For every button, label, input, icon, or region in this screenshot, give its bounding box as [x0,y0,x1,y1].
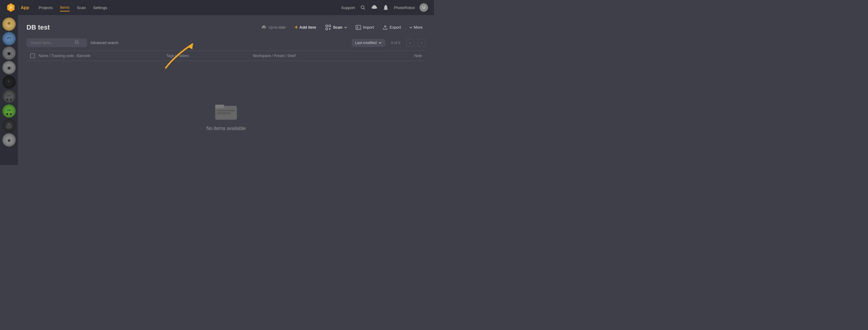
support-link[interactable]: Support [341,5,355,10]
cloud-check-icon [261,25,267,30]
bell-icon[interactable] [382,4,389,11]
nav-settings[interactable]: Settings [93,4,107,11]
svg-text:P: P [10,6,12,10]
svg-rect-35 [215,105,224,108]
last-modified-label: Last modified [355,41,377,45]
scan-dropdown-icon [344,27,347,28]
no-items-message: No items available [207,126,246,131]
svg-rect-26 [329,25,331,27]
header-actions: Up-to-date + Add item Scan [258,22,426,32]
svg-point-19 [6,113,8,115]
sidebar-item-3[interactable] [2,61,16,74]
svg-point-14 [8,67,10,69]
topnav: P App Projects Items Scan Settings Suppo… [0,0,434,15]
col-tags-header: Tags / Folders [166,54,249,58]
sort-dropdown-icon [378,42,381,44]
svg-point-32 [75,41,78,43]
advanced-search-link[interactable]: Advanced search [90,41,119,45]
table-header: Name / Tracking code - Barcode Tags / Fo… [27,51,426,61]
cloud-icon[interactable] [371,4,378,11]
add-item-button[interactable]: + Add item [291,22,320,32]
main-layout: DB test Up-to-date + Add item [0,15,434,165]
more-button[interactable]: More [406,23,426,31]
page-header: DB test Up-to-date + Add item [27,22,426,32]
svg-line-3 [364,8,365,10]
sidebar-item-6[interactable] [2,104,16,118]
user-avatar[interactable]: U [420,3,428,12]
nav-right: Support PhotoRobot U [341,3,428,12]
toolbar: Advanced search Last modified 0 of 0 ‹ › [27,38,426,47]
svg-point-2 [361,6,364,9]
plus-icon: + [295,24,298,30]
add-item-label: Add item [299,25,316,30]
last-modified-button[interactable]: Last modified [352,39,385,47]
svg-line-33 [78,43,79,44]
sidebar-item-2[interactable] [2,47,16,60]
svg-point-24 [8,140,10,142]
svg-point-20 [10,113,12,115]
logo-divider [18,4,19,10]
import-button[interactable]: Import [352,23,377,32]
svg-rect-25 [326,25,328,27]
svg-point-4 [385,10,386,10]
col-name-header: Name / Tracking code - Barcode [38,54,163,58]
more-label: More [413,25,423,30]
svg-point-21 [6,125,12,129]
select-all-checkbox[interactable] [30,53,35,58]
export-icon [382,25,388,30]
sidebar-item-0[interactable] [2,18,16,31]
next-page-button[interactable]: › [418,39,426,47]
sidebar [0,15,18,165]
prev-page-button[interactable]: ‹ [406,39,414,47]
page-title: DB test [27,24,258,31]
app-label: App [21,5,29,10]
sidebar-item-8[interactable] [2,133,16,147]
sidebar-item-5[interactable] [2,90,16,103]
svg-point-8 [5,38,13,41]
svg-point-17 [10,99,12,100]
svg-point-16 [6,99,8,100]
col-note-header: Note [360,54,422,58]
logo-icon: P [6,3,16,12]
svg-rect-37 [217,113,230,114]
svg-rect-36 [217,110,235,111]
search-input[interactable] [30,41,72,45]
sidebar-item-7[interactable] [2,119,16,132]
import-icon [355,25,361,30]
export-label: Export [390,25,401,30]
search-icon [75,40,79,45]
main-content: DB test Up-to-date + Add item [18,15,434,165]
uptodate-button[interactable]: Up-to-date [258,24,289,31]
sidebar-item-1[interactable] [2,32,16,45]
import-label: Import [363,25,374,30]
svg-rect-28 [329,28,330,30]
nav-items[interactable]: Items [60,4,70,11]
nav-projects[interactable]: Projects [38,4,53,11]
empty-state: No items available [27,61,426,158]
search-icon[interactable] [360,4,366,11]
pagination-info: 0 of 0 [389,41,403,45]
scan-icon [325,24,331,30]
svg-rect-27 [326,28,328,30]
export-button[interactable]: Export [379,23,404,32]
logo-area[interactable]: P App [6,3,29,12]
more-dropdown-icon [409,27,412,28]
user-name: PhotoRobot [394,5,415,10]
nav-scan[interactable]: Scan [77,4,86,11]
svg-point-11 [8,53,10,55]
col-workspace-header: Workspace / Preset / Shelf [253,54,356,58]
sidebar-item-4[interactable] [2,76,16,89]
uptodate-label: Up-to-date [269,25,286,30]
scan-button[interactable]: Scan [322,23,350,32]
search-box[interactable] [27,38,87,47]
empty-folder-icon [214,100,238,121]
scan-label: Scan [333,25,342,30]
